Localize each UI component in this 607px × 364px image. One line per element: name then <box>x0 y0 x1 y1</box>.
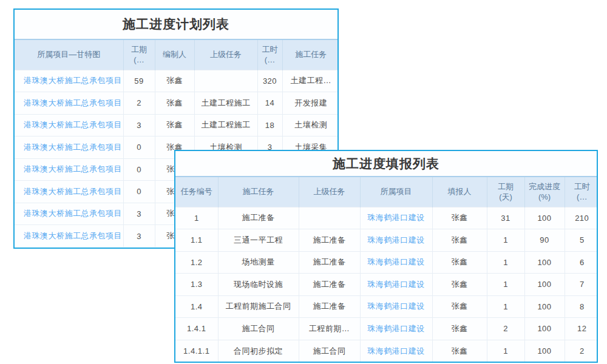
cell: 土建工程… <box>282 70 339 92</box>
project-link[interactable]: 港珠澳大桥施工总承包项目 <box>15 158 123 181</box>
col-header-task: 施工任务 <box>218 177 299 207</box>
cell: 59 <box>123 70 155 92</box>
cell: 6 <box>565 251 598 274</box>
cell: 90 <box>524 229 565 252</box>
cell: 土建工程施工 <box>194 92 257 115</box>
cell: 2 <box>487 318 524 340</box>
plan-header-row: 所属项目—甘特图 工期 (… 编制人 上级任务 工时 (… 施工任务 <box>15 39 339 70</box>
cell: 张鑫 <box>432 295 487 318</box>
table-row: 1.1三通一平工程施工准备珠海鹤港口建设张鑫1905 <box>175 229 598 252</box>
table-row: 港珠澳大桥施工总承包项目59张鑫320土建工程… <box>15 70 339 92</box>
cell: 工程前期施工合同 <box>218 295 299 318</box>
cell: 施工合同 <box>299 340 360 362</box>
project-link[interactable]: 港珠澳大桥施工总承包项目 <box>15 181 123 203</box>
project-link[interactable]: 港珠澳大桥施工总承包项目 <box>15 92 123 115</box>
table-row: 1施工准备珠海鹤港口建设张鑫31100210 <box>175 207 598 229</box>
col-header-duration-days: 工期 (天) <box>487 177 524 207</box>
cell <box>299 207 360 229</box>
cell: 施工准备 <box>299 229 360 252</box>
project-link[interactable]: 港珠澳大桥施工总承包项目 <box>15 70 123 92</box>
project-link[interactable]: 珠海鹤港口建设 <box>360 295 432 318</box>
cell: 100 <box>524 318 565 340</box>
cell: 张鑫 <box>432 229 487 252</box>
project-link[interactable]: 珠海鹤港口建设 <box>360 318 432 340</box>
cell: 1 <box>487 340 524 362</box>
project-link[interactable]: 港珠澳大桥施工总承包项目 <box>15 203 123 225</box>
cell: 1 <box>487 274 524 296</box>
cell: 施工准备 <box>218 207 299 229</box>
cell: 7 <box>565 274 598 296</box>
project-link[interactable]: 珠海鹤港口建设 <box>360 340 432 362</box>
cell: 张鑫 <box>432 207 487 229</box>
cell: 1.4.1.1 <box>175 340 218 362</box>
cell: 0 <box>123 181 155 203</box>
col-header-author: 编制人 <box>155 39 194 70</box>
cell: 3 <box>123 203 155 225</box>
col-header-progress-percent: 完成进度 (%) <box>524 177 565 207</box>
table-row: 港珠澳大桥施工总承包项目3张鑫土建工程施工18土壤检测 <box>15 114 339 136</box>
cell: 土建工程施工 <box>194 114 257 136</box>
cell: 三通一平工程 <box>218 229 299 252</box>
cell: 场地测量 <box>218 251 299 274</box>
cell: 1.4.1 <box>175 318 218 340</box>
project-link[interactable]: 珠海鹤港口建设 <box>360 274 432 296</box>
cell: 现场临时设施 <box>218 274 299 296</box>
report-table: 任务编号 施工任务 上级任务 所属项目 填报人 工期 (天) 完成进度 (%) … <box>175 176 598 362</box>
cell: 1.2 <box>175 251 218 274</box>
cell: 土壤检测 <box>282 114 339 136</box>
cell: 张鑫 <box>155 92 194 115</box>
cell: 3 <box>123 114 155 136</box>
report-table-title: 施工进度填报列表 <box>175 151 597 176</box>
project-link[interactable]: 港珠澳大桥施工总承包项目 <box>15 114 123 136</box>
cell: 1 <box>487 295 524 318</box>
cell: 100 <box>524 251 565 274</box>
col-header-reporter: 填报人 <box>432 177 487 207</box>
cell: 100 <box>524 340 565 362</box>
cell: 100 <box>524 207 565 229</box>
cell: 张鑫 <box>432 274 487 296</box>
cell: 开发报建 <box>282 92 339 115</box>
cell: 18 <box>257 114 282 136</box>
report-table-panel: 施工进度填报列表 任务编号 施工任务 上级任务 所属项目 填报人 工期 (天) … <box>174 150 598 363</box>
cell <box>194 70 257 92</box>
table-row: 1.4工程前期施工合同施工准备珠海鹤港口建设张鑫11008 <box>175 295 598 318</box>
col-header-project: 所属项目 <box>360 177 432 207</box>
cell: 1 <box>487 251 524 274</box>
cell: 5 <box>565 229 598 252</box>
col-header-project-gantt: 所属项目—甘特图 <box>15 39 123 70</box>
cell: 100 <box>524 295 565 318</box>
table-row: 1.4.1.1合同初步拟定施工合同珠海鹤港口建设张鑫11002 <box>175 340 598 362</box>
cell: 210 <box>565 207 598 229</box>
cell: 1 <box>487 229 524 252</box>
cell: 张鑫 <box>155 114 194 136</box>
col-header-parent-task: 上级任务 <box>299 177 360 207</box>
table-row: 1.3现场临时设施施工准备珠海鹤港口建设张鑫11007 <box>175 274 598 296</box>
cell: 31 <box>487 207 524 229</box>
cell: 100 <box>524 274 565 296</box>
cell: 14 <box>257 92 282 115</box>
project-link[interactable]: 港珠澳大桥施工总承包项目 <box>15 225 123 248</box>
col-header-task: 施工任务 <box>282 39 339 70</box>
cell: 施工合同 <box>218 318 299 340</box>
project-link[interactable]: 珠海鹤港口建设 <box>360 207 432 229</box>
cell: 张鑫 <box>432 340 487 362</box>
cell: 张鑫 <box>155 70 194 92</box>
project-link[interactable]: 港珠澳大桥施工总承包项目 <box>15 136 123 159</box>
cell: 1.4 <box>175 295 218 318</box>
cell: 施工准备 <box>299 251 360 274</box>
plan-table-title: 施工进度计划列表 <box>15 10 337 39</box>
cell: 2 <box>565 340 598 362</box>
project-link[interactable]: 珠海鹤港口建设 <box>360 251 432 274</box>
col-header-task-id: 任务编号 <box>175 177 218 207</box>
cell: 3 <box>123 225 155 248</box>
cell: 施工准备 <box>299 274 360 296</box>
cell: 2 <box>123 92 155 115</box>
col-header-work-hours: 工时 (… <box>257 39 282 70</box>
col-header-work-hours: 工时 (… <box>565 177 598 207</box>
cell: 320 <box>257 70 282 92</box>
cell: 1 <box>175 207 218 229</box>
cell: 合同初步拟定 <box>218 340 299 362</box>
project-link[interactable]: 珠海鹤港口建设 <box>360 229 432 252</box>
table-row: 1.4.1施工合同工程前期…珠海鹤港口建设张鑫210012 <box>175 318 598 340</box>
cell: 施工准备 <box>299 295 360 318</box>
